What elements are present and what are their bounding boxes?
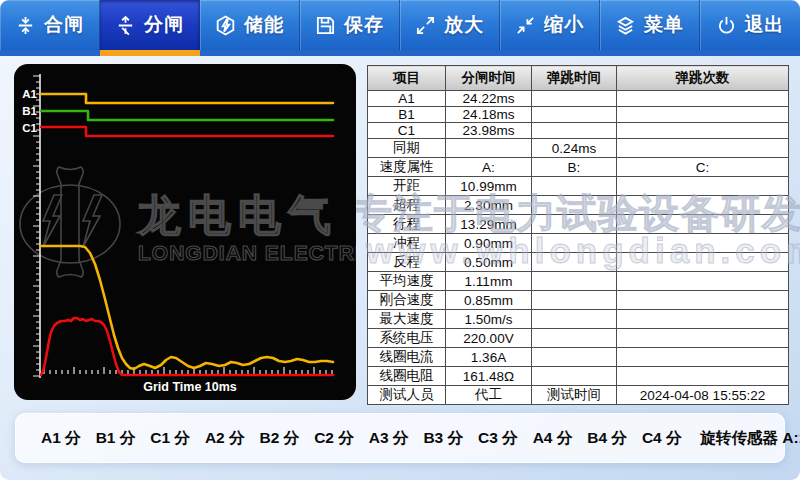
item-cell: C1 (368, 123, 446, 139)
tab-underline (600, 50, 700, 56)
value-cell (617, 272, 789, 291)
tab-save[interactable]: 保存 (300, 0, 400, 56)
value-cell: 24.22ms (446, 91, 532, 107)
tab-underline (500, 50, 600, 56)
table-row: 开距10.99mm (368, 177, 789, 196)
value-cell (532, 367, 617, 386)
breaker-state-item: B3 分 (423, 428, 463, 449)
item-cell: 系统电压 (368, 329, 446, 348)
value-cell (617, 348, 789, 367)
tab-zoom-in[interactable]: 放大 (400, 0, 500, 56)
grid-time-label: Grid Time 10ms (143, 380, 237, 394)
header-cell: 弹跳时间 (532, 66, 617, 91)
longdian-logo-watermark (20, 167, 120, 277)
table-row: C123.98ms (368, 123, 789, 139)
value-cell (617, 329, 789, 348)
value-cell: 0.50mm (446, 253, 532, 272)
item-cell: B1 (368, 107, 446, 123)
value-cell (532, 310, 617, 329)
tab-underline (400, 50, 500, 56)
table-row: 刚合速度0.85mm (368, 291, 789, 310)
tab-close[interactable]: 合闸 (0, 0, 100, 56)
tab-underline (300, 50, 400, 56)
tab-exit[interactable]: 退出 (700, 0, 800, 56)
breaker-state-item: C4 分 (642, 428, 682, 449)
item-cell: 冲程 (368, 234, 446, 253)
header-cell: 分闸时间 (446, 66, 532, 91)
value-cell (617, 310, 789, 329)
tab-menu[interactable]: 菜单 (600, 0, 700, 56)
item-cell: 超程 (368, 196, 446, 215)
item-cell: 行程 (368, 215, 446, 234)
value-cell (532, 348, 617, 367)
tab-open[interactable]: 分闸 (100, 0, 200, 56)
value-cell: 代工 (446, 386, 532, 405)
value-cell (617, 91, 789, 107)
breaker-state-item: A4 分 (533, 428, 573, 449)
item-cell: 速度属性 (368, 158, 446, 177)
logo-text-en: LONGDIAN ELECTRIC (138, 241, 356, 264)
item-cell: 反程 (368, 253, 446, 272)
value-cell (532, 123, 617, 139)
item-cell: 刚合速度 (368, 291, 446, 310)
breaker-state-item: B2 分 (260, 428, 300, 449)
table-header-row: 项目分闸时间弹跳时间弹跳次数 (368, 66, 789, 91)
breaker-state-item: C3 分 (478, 428, 518, 449)
value-cell (617, 196, 789, 215)
tab-store[interactable]: 储能 (200, 0, 300, 56)
channel-labels: A1B1C1 (22, 88, 37, 134)
value-cell (446, 139, 532, 158)
value-cell: 测试时间 (532, 386, 617, 405)
table-row: 线圈电阻161.48Ω (368, 367, 789, 386)
app-window: 合闸 分闸 储能 保存 (0, 0, 800, 480)
item-cell: 同期 (368, 139, 446, 158)
value-cell (617, 234, 789, 253)
layers-icon (615, 15, 636, 36)
item-cell: 开距 (368, 177, 446, 196)
trace-A1-contact (41, 94, 333, 103)
value-cell: 0.24ms (532, 139, 617, 158)
table-row: 最大速度1.50m/s (368, 310, 789, 329)
item-cell: 最大速度 (368, 310, 446, 329)
value-cell: B: (532, 158, 617, 177)
channel-label-A1: A1 (22, 88, 37, 100)
tab-underline (700, 50, 800, 56)
value-cell (532, 329, 617, 348)
value-cell: C: (617, 158, 789, 177)
value-cell (532, 107, 617, 123)
energy-bolt-icon (215, 15, 236, 36)
item-cell: 线圈电流 (368, 348, 446, 367)
value-cell (532, 272, 617, 291)
expand-arrows-icon (415, 15, 436, 36)
tab-zoom-out[interactable]: 缩小 (500, 0, 600, 56)
breaker-state-item: B4 分 (587, 428, 627, 449)
value-cell (617, 107, 789, 123)
table-row: 超程2.30mm (368, 196, 789, 215)
value-cell (532, 291, 617, 310)
trace-B1-contact (41, 111, 333, 120)
results-table-wrap: 项目分闸时间弹跳时间弹跳次数 A124.22msB124.18msC123.98… (367, 65, 789, 397)
value-cell: 1.36A (446, 348, 532, 367)
table-row: 线圈电流1.36A (368, 348, 789, 367)
table-row: 反程0.50mm (368, 253, 789, 272)
table-row: A124.22ms (368, 91, 789, 107)
value-cell: 161.48Ω (446, 367, 532, 386)
oscilloscope-panel: 龙电电气 LONGDIAN ELECTRIC A1B1C1 Grid Time … (14, 64, 356, 400)
table-row: B124.18ms (368, 107, 789, 123)
table-row: 平均速度1.11mm (368, 272, 789, 291)
value-cell (532, 177, 617, 196)
header-cell: 项目 (368, 66, 446, 91)
tab-label: 保存 (344, 12, 384, 38)
value-cell: 0.85mm (446, 291, 532, 310)
value-cell (617, 123, 789, 139)
value-cell: 1.50m/s (446, 310, 532, 329)
item-cell: 平均速度 (368, 272, 446, 291)
tab-label: 缩小 (544, 12, 584, 38)
item-cell: 线圈电阻 (368, 367, 446, 386)
tab-underline (200, 50, 300, 56)
table-row: 行程13.29mm (368, 215, 789, 234)
value-cell: 13.29mm (446, 215, 532, 234)
shrink-arrows-icon (515, 15, 536, 36)
item-cell: A1 (368, 91, 446, 107)
value-cell (617, 253, 789, 272)
